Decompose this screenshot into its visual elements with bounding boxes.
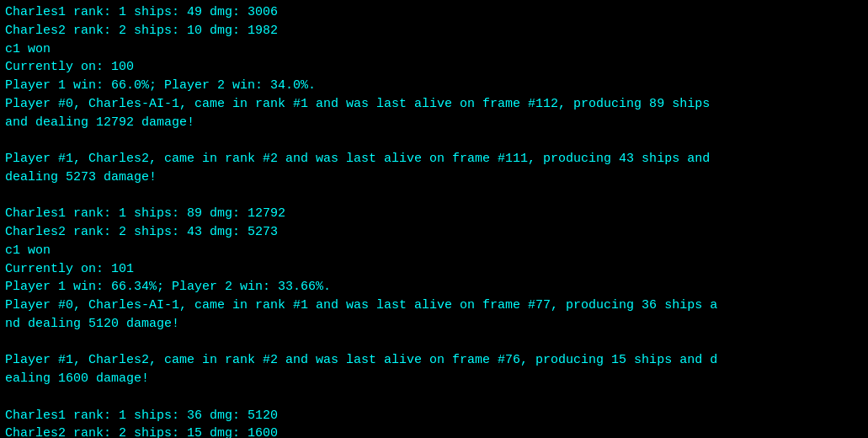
empty-line: [5, 388, 863, 407]
console-line: Player #0, Charles-AI-1, came in rank #1…: [5, 95, 863, 114]
console-line: Player #1, Charles2, came in rank #2 and…: [5, 351, 863, 370]
console-line: ealing 1600 damage!: [5, 370, 863, 388]
console-line: Charles2 rank: 2 ships: 15 dmg: 1600: [5, 425, 863, 438]
console-line: Charles2 rank: 2 ships: 43 dmg: 5273: [5, 223, 863, 242]
console-line: Player #1, Charles2, came in rank #2 and…: [5, 150, 863, 168]
console-line: Currently on: 101: [5, 260, 863, 279]
console-line: c1 won: [5, 242, 863, 260]
console-line: Charles1 rank: 1 ships: 36 dmg: 5120: [5, 407, 863, 425]
console-line: Player #0, Charles-AI-1, came in rank #1…: [5, 296, 863, 315]
empty-line: [5, 131, 863, 150]
console-line: Charles2 rank: 2 ships: 10 dmg: 1982: [5, 22, 863, 40]
empty-line: [5, 334, 863, 352]
console-line: c1 won: [5, 40, 863, 59]
console-line: nd dealing 5120 damage!: [5, 315, 863, 334]
console-line: dealing 5273 damage!: [5, 168, 863, 187]
console-line: Player 1 win: 66.34%; Player 2 win: 33.6…: [5, 278, 863, 296]
console-output: Charles1 rank: 1 ships: 49 dmg: 3006Char…: [5, 3, 863, 438]
console-line: and dealing 12792 damage!: [5, 114, 863, 132]
console-line: Currently on: 100: [5, 58, 863, 77]
empty-line: [5, 187, 863, 206]
console-line: Player 1 win: 66.0%; Player 2 win: 34.0%…: [5, 77, 863, 95]
console-line: Charles1 rank: 1 ships: 49 dmg: 3006: [5, 3, 863, 22]
console-line: Charles1 rank: 1 ships: 89 dmg: 12792: [5, 205, 863, 223]
